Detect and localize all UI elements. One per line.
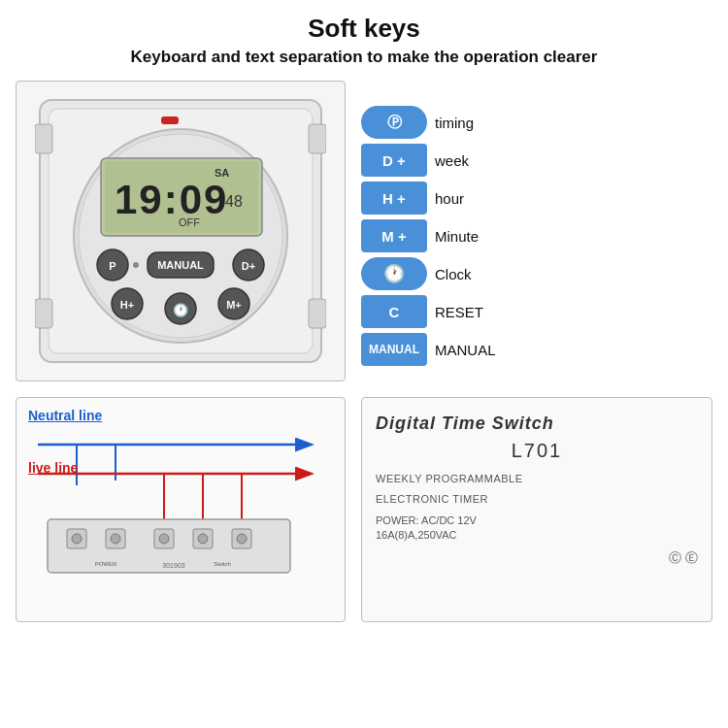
hour-label: hour: [435, 190, 712, 207]
svg-point-43: [159, 534, 169, 544]
svg-point-41: [72, 534, 82, 544]
svg-text:🕐: 🕐: [173, 302, 189, 318]
m-button-label: M +: [381, 228, 406, 245]
key-row-c: C RESET: [361, 295, 712, 328]
device-image: SA 19:09 48 OFF P MANUAL D+ H+ 🕐: [16, 81, 346, 381]
svg-point-44: [198, 534, 208, 544]
product-power2: 16A(8)A,250VAC: [376, 528, 698, 543]
key-row-manual: MANUAL MANUAL: [361, 333, 712, 366]
product-power1: POWER: AC/DC 12V: [376, 513, 698, 528]
svg-rect-2: [35, 124, 52, 153]
c-button-label: C: [389, 304, 400, 320]
product-title: Digital Time Switch: [376, 414, 698, 434]
main-section: SA 19:09 48 OFF P MANUAL D+ H+ 🕐: [0, 73, 728, 389]
svg-point-45: [237, 534, 247, 544]
h-button-label: H +: [382, 190, 406, 207]
page-header: Soft keys Keyboard and text separation t…: [0, 0, 728, 73]
d-button-label: D +: [382, 152, 406, 169]
product-desc2: ELECTRONIC TIMER: [376, 492, 698, 507]
key-row-h: H + hour: [361, 182, 712, 215]
svg-text:D+: D+: [242, 260, 255, 272]
svg-rect-4: [35, 299, 52, 328]
key-table: Ⓟ timing D + week H + hour M + Minute 🕐: [361, 81, 712, 381]
product-model: L701: [376, 440, 698, 462]
svg-text:Switch: Switch: [214, 561, 231, 567]
h-button[interactable]: H +: [361, 182, 427, 215]
key-row-clock: 🕐 Clock: [361, 257, 712, 290]
svg-text:301903: 301903: [162, 562, 184, 569]
svg-point-42: [111, 534, 120, 544]
page-title: Soft keys: [10, 14, 718, 44]
p-button[interactable]: Ⓟ: [361, 106, 427, 139]
svg-text:48: 48: [225, 193, 243, 210]
device-svg: SA 19:09 48 OFF P MANUAL D+ H+ 🕐: [35, 95, 326, 367]
product-desc1: WEEKLY PROGRAMMABLE: [376, 472, 698, 486]
svg-text:POWER: POWER: [95, 561, 117, 567]
clock-button[interactable]: 🕐: [361, 257, 427, 290]
wiring-diagram: Neutral line: [16, 397, 346, 622]
c-button[interactable]: C: [361, 295, 427, 328]
product-info-card: Digital Time Switch L701 WEEKLY PROGRAMM…: [361, 397, 712, 622]
key-row-m: M + Minute: [361, 219, 712, 252]
clock-button-label: 🕐: [383, 263, 405, 284]
page-subtitle: Keyboard and text separation to make the…: [10, 48, 718, 67]
svg-point-27: [133, 262, 139, 268]
key-row-d: D + week: [361, 144, 712, 177]
svg-text:M+: M+: [226, 299, 242, 311]
bottom-section: Neutral line: [0, 389, 728, 622]
svg-rect-6: [161, 116, 179, 124]
ce-mark: Ⓒ Ⓔ: [376, 549, 698, 567]
neutral-line-label: Neutral line: [28, 408, 333, 423]
reset-label: RESET: [435, 304, 712, 320]
manual-button[interactable]: MANUAL: [361, 333, 427, 366]
manual-button-label: MANUAL: [369, 343, 419, 356]
svg-text:H+: H+: [120, 299, 134, 311]
timing-label: timing: [435, 115, 712, 131]
d-button[interactable]: D +: [361, 144, 427, 177]
week-label: week: [435, 152, 712, 169]
p-button-label: Ⓟ: [387, 114, 402, 132]
minute-label: Minute: [435, 228, 712, 245]
svg-text:19:09: 19:09: [115, 177, 228, 222]
wiring-svg: 301903 POWER Switch: [28, 427, 324, 582]
key-row-p: Ⓟ timing: [361, 106, 712, 139]
svg-text:P: P: [109, 260, 116, 272]
svg-text:OFF: OFF: [179, 216, 200, 228]
svg-rect-3: [309, 124, 326, 153]
clock-label: Clock: [435, 266, 712, 282]
svg-rect-5: [309, 299, 326, 328]
m-button[interactable]: M +: [361, 219, 427, 252]
manual-label: MANUAL: [435, 342, 712, 358]
svg-text:MANUAL: MANUAL: [157, 259, 204, 271]
